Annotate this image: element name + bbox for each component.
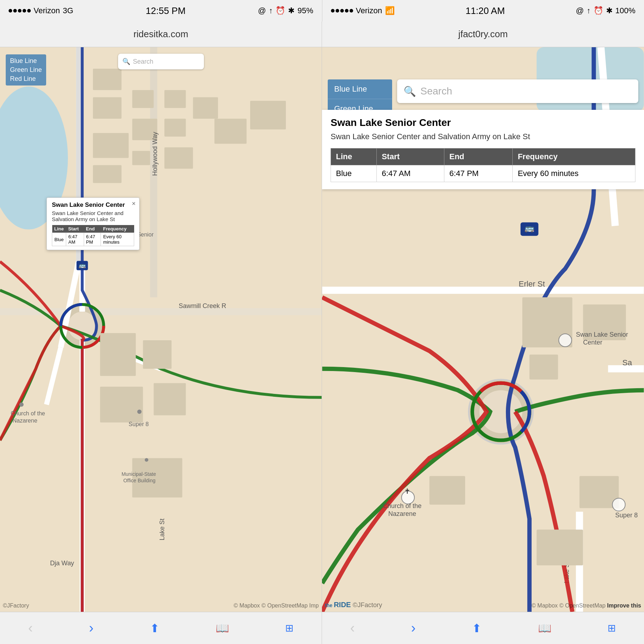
svg-rect-13 — [193, 97, 218, 119]
legend-red-line: Red Line — [10, 74, 42, 83]
right-map-panel[interactable]: Holl Erler St Lake St Sa — [322, 47, 644, 612]
right-url-bar[interactable]: jfact0ry.com — [322, 21, 644, 47]
at-icon: @ — [258, 6, 266, 15]
tabs-icon-left: ⊞ — [285, 622, 293, 634]
url-bar-row: ridesitka.com jfact0ry.com — [0, 21, 644, 47]
forward-icon-right: › — [411, 620, 416, 636]
left-nav-bar: ‹ › ⬆ 📖 ⊞ — [0, 612, 322, 644]
svg-text:✝: ✝ — [404, 487, 410, 495]
signal-strength-right — [331, 9, 353, 13]
svg-point-43 — [145, 458, 148, 462]
left-back-button[interactable]: ‹ — [21, 618, 40, 639]
menu-item-blue-line[interactable]: Blue Line — [328, 79, 392, 99]
left-map-panel[interactable]: 🚌 Lake St Hollywood Way Sawmill Creek R … — [0, 47, 322, 612]
left-forward-button[interactable]: › — [82, 618, 101, 639]
search-placeholder-right: Search — [420, 86, 452, 97]
right-watermark-improve: Improve this — [607, 602, 641, 609]
svg-text:Center: Center — [583, 339, 602, 346]
left-search-bar[interactable]: 🔍 Search — [118, 54, 204, 69]
carrier-name-left: Verizon — [34, 6, 60, 15]
signal-dot — [336, 9, 339, 13]
right-carrier-info: Verizon 📶 — [331, 6, 395, 15]
svg-rect-9 — [132, 90, 154, 108]
search-icon-left: 🔍 — [122, 58, 130, 65]
location-icon-right: ↑ — [587, 6, 591, 15]
svg-line-22 — [47, 347, 61, 405]
left-tabs-button[interactable]: ⊞ — [278, 619, 301, 637]
td-line: Blue — [331, 165, 377, 182]
table-header-line: Line — [52, 225, 66, 233]
left-url-bar[interactable]: ridesitka.com — [0, 21, 322, 47]
th-frequency: Frequency — [513, 148, 635, 165]
right-nav-bar: ‹ › ⬆ 📖 ⊞ — [322, 612, 644, 644]
svg-rect-5 — [93, 69, 122, 90]
network-type-right: 📶 — [385, 6, 395, 15]
svg-rect-34 — [143, 340, 172, 369]
th-line: Line — [331, 148, 377, 165]
svg-rect-33 — [100, 333, 136, 376]
svg-text:Sa: Sa — [623, 358, 633, 367]
signal-dot — [331, 9, 335, 13]
at-icon-right: @ — [576, 6, 584, 15]
right-watermark-ride: the RIDE ©JFactory — [325, 601, 382, 609]
signal-dot — [9, 9, 12, 13]
info-schedule-table: Line Start End Frequency Blue 6:47 AM 6:… — [331, 148, 635, 182]
svg-text:Swan Lake Senior: Swan Lake Senior — [576, 331, 628, 338]
info-panel-title: Swan Lake Senior Center — [331, 117, 635, 128]
right-forward-button[interactable]: › — [404, 618, 423, 639]
right-info-panel: Swan Lake Senior Center Swan Lake Senior… — [322, 110, 644, 189]
svg-rect-12 — [164, 90, 186, 108]
svg-text:Hollywood Way: Hollywood Way — [152, 132, 159, 176]
svg-rect-66 — [530, 355, 558, 380]
popup-close-button[interactable]: × — [132, 200, 136, 208]
signal-dot — [23, 9, 26, 13]
signal-dot — [27, 9, 31, 13]
th-start: Start — [376, 148, 444, 165]
right-bookmarks-button[interactable]: 📖 — [531, 619, 558, 637]
status-icons-left: @ ↑ ⏰ ✱ 95% — [258, 6, 313, 15]
forward-icon-left: › — [89, 620, 94, 636]
popup-schedule-table: Line Start End Frequency Blue 6:47 AM 6:… — [52, 225, 134, 246]
left-lines-legend: Blue Line Green Line Red Line — [6, 54, 46, 86]
network-type-left: 3G — [63, 6, 73, 15]
svg-text:🚌: 🚌 — [525, 223, 535, 233]
share-icon-left: ⬆ — [150, 621, 160, 635]
left-share-button[interactable]: ⬆ — [143, 619, 167, 638]
legend-blue-line: Blue Line — [10, 57, 42, 65]
td-start: 6:47 AM — [376, 165, 444, 182]
left-status-bar: Verizon 3G 12:55 PM @ ↑ ⏰ ✱ 95% — [0, 0, 322, 21]
right-back-button[interactable]: ‹ — [343, 618, 362, 639]
signal-dot — [13, 9, 17, 13]
right-tabs-button[interactable]: ⊞ — [600, 619, 623, 637]
cell-line: Blue — [52, 233, 66, 246]
svg-text:Super 8: Super 8 — [615, 512, 638, 519]
popup-description: Swan Lake Senior Center and Salvation Ar… — [52, 210, 134, 222]
right-search-bar[interactable]: 🔍 Search — [397, 79, 638, 103]
signal-dot — [345, 9, 348, 13]
left-watermark-text: ©JFactory — [3, 602, 29, 609]
svg-rect-36 — [154, 383, 186, 415]
bottom-nav-row: ‹ › ⬆ 📖 ⊞ ‹ › ⬆ — [0, 612, 644, 644]
svg-text:Super 8: Super 8 — [129, 421, 149, 427]
table-row: Blue 6:47 AM 6:47 PM Every 60 minutes — [331, 165, 635, 182]
svg-rect-68 — [537, 530, 583, 565]
left-map-svg: 🚌 Lake St Hollywood Way Sawmill Creek R … — [0, 47, 322, 612]
left-bookmarks-button[interactable]: 📖 — [209, 619, 236, 637]
battery-left: 95% — [297, 6, 313, 15]
svg-text:Erler St: Erler St — [519, 279, 545, 288]
popup-title: Swan Lake Senior Center — [52, 201, 134, 209]
svg-point-70 — [559, 334, 572, 347]
right-share-button[interactable]: ⬆ — [465, 619, 489, 638]
table-header-start: Start — [66, 225, 84, 233]
left-carrier-info: Verizon 3G — [9, 6, 73, 15]
alarm-icon-right: ⏰ — [594, 6, 603, 15]
cell-frequency: Every 60 minutes — [101, 233, 134, 246]
signal-dot — [350, 9, 353, 13]
bluetooth-icon-right: ✱ — [606, 6, 613, 15]
svg-rect-35 — [100, 387, 143, 423]
right-watermark-factory: ©JFactory — [353, 601, 382, 609]
right-url-text: jfact0ry.com — [458, 29, 508, 40]
table-row: Blue 6:47 AM 6:47 PM Every 60 minutes — [52, 233, 134, 246]
svg-rect-7 — [93, 133, 129, 158]
svg-rect-6 — [93, 97, 122, 119]
